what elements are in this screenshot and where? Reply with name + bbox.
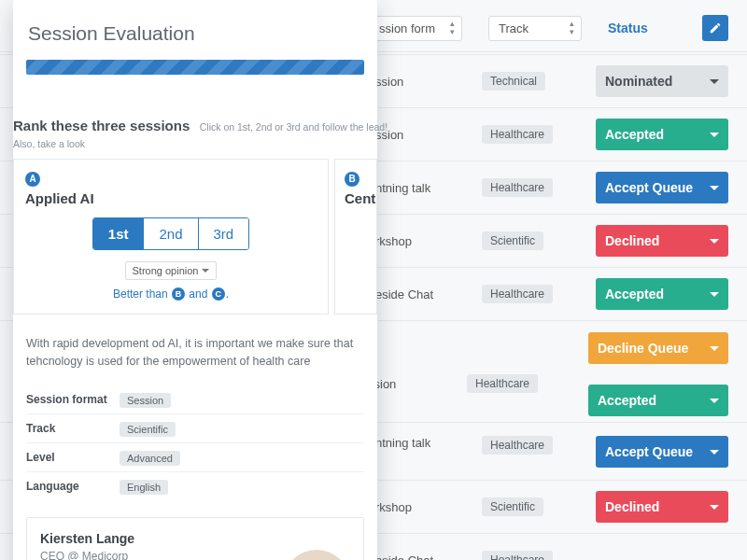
meta-tag: Advanced	[120, 451, 180, 466]
session-evaluation-panel: Session Evaluation Rank these three sess…	[13, 0, 377, 560]
row-format: rkshop	[375, 234, 471, 248]
rank-2nd-button[interactable]: 2nd	[144, 218, 198, 249]
status-column-header[interactable]: Status	[608, 21, 648, 35]
track-tag: Healthcare	[482, 125, 553, 144]
row-format: ssion	[368, 377, 463, 391]
meta-key: Track	[26, 422, 120, 435]
track-filter[interactable]: Track ▴▾	[488, 16, 582, 41]
opinion-label: Strong opinion	[133, 265, 199, 276]
meta-tag: English	[120, 480, 168, 495]
track-tag: Healthcare	[482, 178, 553, 197]
option-b-title: Central	[345, 190, 367, 206]
chevron-down-icon	[202, 269, 209, 273]
chevron-updown-icon: ▴▾	[450, 20, 455, 36]
session-meta: Session formatSession TrackScientific Le…	[13, 385, 377, 500]
badge-b-icon: B	[345, 172, 359, 187]
meta-tag: Session	[120, 393, 171, 408]
status-dropdown[interactable]: Accept Queue	[596, 172, 728, 203]
opinion-select[interactable]: Strong opinion	[125, 261, 218, 280]
chevron-down-icon	[710, 79, 719, 84]
status-dropdown[interactable]: Accepted	[588, 385, 728, 416]
status-dropdown[interactable]: Declined	[596, 491, 728, 523]
status-dropdown[interactable]: Accepted	[596, 119, 728, 150]
track-tag: Healthcare	[482, 285, 553, 303]
status-dropdown[interactable]: Declined	[596, 225, 728, 257]
panel-title: Session Evaluation	[13, 0, 377, 60]
rank-card-a: A Applied AI 1st 2nd 3rd Strong opinion …	[13, 159, 329, 315]
row-track: Technical	[482, 72, 585, 91]
meta-key: Language	[26, 480, 120, 493]
chevron-down-icon	[710, 505, 719, 510]
track-filter-label: Track	[499, 21, 529, 35]
status-dropdown[interactable]: Nominated	[596, 65, 728, 97]
row-format: rkshop	[375, 500, 471, 514]
session-form-filter[interactable]: ssion form ▴▾	[369, 16, 462, 41]
status-dropdown[interactable]: Accept Queue	[596, 436, 728, 468]
track-tag: Healthcare	[482, 436, 553, 455]
better-than-text: Better than B and C.	[25, 287, 317, 301]
badge-b-icon: B	[172, 287, 185, 301]
option-a-title: Applied AI	[25, 190, 317, 206]
track-tag: Scientific	[482, 497, 543, 516]
chevron-down-icon	[710, 133, 719, 137]
track-tag: Healthcare	[467, 374, 538, 393]
chevron-updown-icon: ▴▾	[570, 20, 574, 36]
row-format: ntning talk	[375, 436, 471, 450]
edit-columns-button[interactable]	[702, 15, 728, 41]
progress-bar	[26, 60, 364, 75]
pencil-icon	[709, 21, 722, 35]
status-dropdown[interactable]: Decline Queue	[588, 332, 728, 364]
rank-options: A Applied AI 1st 2nd 3rd Strong opinion …	[13, 159, 377, 315]
row-format: ntning talk	[375, 181, 471, 195]
rank-button-group: 1st 2nd 3rd	[92, 217, 249, 250]
rank-card-b[interactable]: B Central	[334, 159, 377, 315]
chevron-down-icon	[710, 292, 719, 297]
meta-tag: Scientific	[120, 422, 176, 437]
session-description: With rapid development od AI, it is impo…	[13, 315, 377, 385]
session-form-filter-label: ssion form	[379, 21, 435, 35]
chevron-down-icon	[710, 346, 719, 351]
chevron-down-icon	[710, 450, 719, 455]
rank-heading: Rank these three sessions	[13, 118, 190, 133]
rank-1st-button[interactable]: 1st	[93, 218, 145, 249]
track-tag: Scientific	[482, 231, 543, 250]
track-tag: Technical	[482, 72, 545, 91]
badge-c-icon: C	[212, 287, 225, 301]
status-dropdown[interactable]: Accepted	[596, 278, 728, 310]
row-format: eside Chat	[375, 287, 471, 301]
badge-a-icon: A	[25, 172, 40, 187]
speaker-name: Kiersten Lange	[40, 531, 350, 546]
speaker-card: Kiersten Lange CEO @ Medicorp Leading pr…	[26, 517, 364, 560]
row-format: eside Chat	[375, 553, 471, 561]
rank-instructions: Rank these three sessions Click on 1st, …	[13, 91, 390, 159]
chevron-down-icon	[710, 399, 719, 403]
meta-key: Level	[26, 451, 120, 464]
rank-3rd-button[interactable]: 3rd	[199, 218, 249, 249]
row-format: ssion	[375, 75, 471, 89]
chevron-down-icon	[710, 239, 719, 244]
chevron-down-icon	[710, 186, 719, 190]
meta-key: Session format	[26, 393, 120, 406]
track-tag: Healthcare	[482, 551, 553, 560]
